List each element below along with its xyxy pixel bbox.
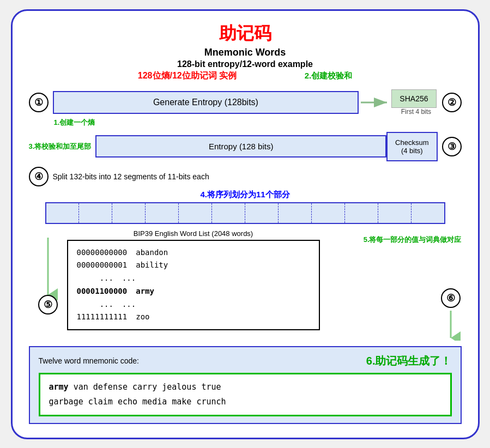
- segment-7: [245, 203, 279, 223]
- row6-header: Twelve word mnemonic code: 6.助记码生成了！: [39, 354, 452, 368]
- segment-12: [412, 203, 444, 223]
- right-arrow-down-icon: [440, 308, 462, 341]
- segment-10: [345, 203, 378, 223]
- wordlist-container: BIP39 English Word List (2048 words) 000…: [67, 229, 320, 331]
- wl-row-2: 00000000001 ability: [77, 259, 310, 272]
- segment-3: [112, 203, 146, 223]
- row1-entropy: ① Generate Entropy (128bits) SHA256 Firs…: [29, 89, 462, 116]
- row6-mnemonic: Twelve word mnemonic code: 6.助记码生成了！ arm…: [29, 346, 462, 424]
- mnemonic-remaining: van defense carry jealous truegarbage cl…: [49, 382, 226, 407]
- label3: 3.将校验和加至尾部: [29, 142, 92, 152]
- wl-row-dots2: ... ...: [77, 298, 310, 311]
- wl-row-army: 00001100000 army: [77, 285, 310, 298]
- circle-3: ③: [442, 137, 462, 156]
- title-zh: 助记码: [29, 22, 462, 46]
- title-sub: 128-bit entropy/12-word example: [29, 59, 462, 69]
- segment-6: [212, 203, 245, 223]
- segments-section: 4.将序列划分为11个部分: [29, 190, 462, 224]
- wl-row-dots1: ... ...: [77, 272, 310, 285]
- split-label: Split 132-bits into 12 segments of 11-bi…: [53, 172, 209, 181]
- segments-label-zh: 4.将序列划分为11个部分: [29, 190, 462, 200]
- label1: 1.创建一个熵: [54, 118, 95, 128]
- first4bits-label: First 4 bits: [401, 108, 431, 116]
- circle-1: ①: [29, 93, 49, 112]
- sha-group: SHA256 First 4 bits: [391, 89, 436, 116]
- segment-1: [46, 203, 80, 223]
- left-arrow-down-icon: [37, 235, 59, 300]
- row3-split: ④ Split 132-bits into 12 segments of 11-…: [29, 167, 462, 186]
- entropy-generate-box: Generate Entropy (128bits): [53, 91, 359, 114]
- mnemonic-box: army van defense carry jealous truegarba…: [39, 373, 452, 416]
- segment-11: [378, 203, 412, 223]
- checksum-box: Checksum(4 bits): [386, 132, 437, 161]
- circle-2: ②: [442, 93, 462, 112]
- main-container: 助记码 Mnemonic Words 128-bit entropy/12-wo…: [11, 9, 480, 439]
- label6: 6.助记码生成了！: [366, 354, 452, 368]
- segments-bar: [45, 202, 445, 224]
- row2-checksum: 3.将校验和加至尾部 Entropy (128 bits) Checksum(4…: [29, 132, 462, 161]
- arrow-right-icon: [360, 94, 390, 111]
- segment-5: [179, 203, 212, 223]
- wordlist-title: BIP39 English Word List (2048 words): [67, 229, 320, 238]
- circle-4: ④: [29, 167, 49, 186]
- segment-9: [312, 203, 345, 223]
- segment-4: [146, 203, 179, 223]
- circle-6: ⑥: [441, 288, 461, 308]
- wl-row-1: 00000000000 abandon: [77, 246, 310, 259]
- row45-wordlist: ⑤ BIP39 English Word List (2048 words) 0…: [29, 229, 462, 341]
- sha256-box: SHA256: [391, 89, 436, 108]
- entropy128-box: Entropy (128 bits): [95, 135, 386, 158]
- circle-5: ⑤: [38, 295, 58, 314]
- label5: 5.将每一部分的值与词典做对应: [364, 235, 462, 245]
- title-en: Mnemonic Words: [29, 47, 462, 58]
- wordlist-box: 00000000000 abandon 00000000001 ability …: [67, 240, 320, 331]
- segment-2: [79, 203, 112, 223]
- example-zh: 128位熵/12位助记词 实例 2.创建校验和: [29, 70, 462, 82]
- twelve-word-label: Twelve word mnemonic code:: [39, 356, 139, 365]
- segment-8: [279, 203, 312, 223]
- wl-row-zoo: 11111111111 zoo: [77, 311, 310, 324]
- mnemonic-bold-word: army: [49, 382, 69, 392]
